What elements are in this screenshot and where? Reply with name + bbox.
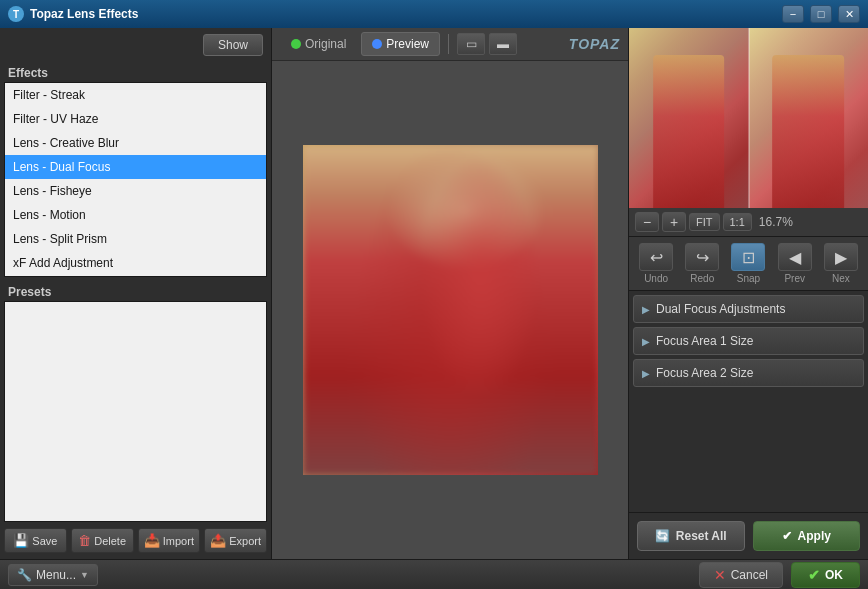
nav-button-undo[interactable]: ↩Undo [639, 243, 673, 284]
snap-icon: ⊡ [731, 243, 765, 271]
menu-button[interactable]: 🔧 Menu... ▼ [8, 564, 98, 586]
undo-label: Undo [644, 273, 668, 284]
delete-label: Delete [94, 535, 126, 547]
tab-preview-label: Preview [386, 37, 429, 51]
effects-list-container: Filter - StreakFilter - UV HazeLens - Cr… [4, 82, 267, 277]
view-single-icon[interactable]: ▭ [457, 33, 485, 55]
effect-item-filter-uv-haze[interactable]: Filter - UV Haze [5, 107, 266, 131]
ok-icon: ✔ [808, 567, 820, 583]
export-icon: 📤 [210, 533, 226, 548]
tab-divider [448, 34, 449, 54]
center-panel: Original Preview ▭ ▬ TOPAZ [272, 28, 628, 559]
effect-item-lens-split-prism[interactable]: Lens - Split Prism [5, 227, 266, 251]
reset-icon: 🔄 [655, 529, 670, 543]
cancel-button[interactable]: ✕ Cancel [699, 562, 783, 588]
adjust-arrow-focus-area-2-size: ▶ [642, 368, 650, 379]
apply-label: Apply [798, 529, 831, 543]
tab-preview[interactable]: Preview [361, 32, 440, 56]
topaz-logo: TOPAZ [569, 36, 620, 52]
adjust-header-focus-area-2-size[interactable]: ▶ Focus Area 2 Size [634, 360, 863, 386]
original-dot [291, 39, 301, 49]
preview-dot [372, 39, 382, 49]
zoom-out-button[interactable]: − [635, 212, 659, 232]
presets-container [4, 301, 267, 522]
next-label: Nex [832, 273, 850, 284]
view-split-icon[interactable]: ▬ [489, 33, 517, 55]
adjust-title-focus-area-2-size: Focus Area 2 Size [656, 366, 753, 380]
thumbnail-divider [748, 28, 750, 208]
reset-all-button[interactable]: 🔄 Reset All [637, 521, 745, 551]
show-button[interactable]: Show [203, 34, 263, 56]
effect-item-lens-creative-blur[interactable]: Lens - Creative Blur [5, 131, 266, 155]
adjustment-section-focus-area-1-size[interactable]: ▶ Focus Area 1 Size [633, 327, 864, 355]
effect-item-filter-streak[interactable]: Filter - Streak [5, 83, 266, 107]
minimize-button[interactable]: − [782, 5, 804, 23]
main-layout: Show Effects Filter - StreakFilter - UV … [0, 28, 868, 559]
left-panel: Show Effects Filter - StreakFilter - UV … [0, 28, 272, 559]
menu-arrow-icon: ▼ [80, 570, 89, 580]
effects-list[interactable]: Filter - StreakFilter - UV HazeLens - Cr… [5, 83, 266, 276]
app-icon: T [8, 6, 24, 22]
save-label: Save [32, 535, 57, 547]
adjust-title-dual-focus-adjustments: Dual Focus Adjustments [656, 302, 785, 316]
export-label: Export [229, 535, 261, 547]
bottom-bar: 🔧 Menu... ▼ ✕ Cancel ✔ OK [0, 559, 868, 589]
delete-icon: 🗑 [78, 533, 91, 548]
ok-button[interactable]: ✔ OK [791, 562, 860, 588]
reset-label: Reset All [676, 529, 727, 543]
redo-icon: ↪ [685, 243, 719, 271]
nav-button-next[interactable]: ▶Nex [824, 243, 858, 284]
right-panel: − + FIT 1:1 16.7% ↩Undo↪Redo⊡Snap◀Prev▶N… [628, 28, 868, 559]
adjustment-section-focus-area-2-size[interactable]: ▶ Focus Area 2 Size [633, 359, 864, 387]
zoom-level: 16.7% [759, 215, 793, 229]
delete-button[interactable]: 🗑 Delete [71, 528, 134, 553]
nav-button-snap[interactable]: ⊡Snap [731, 243, 765, 284]
adjustment-section-dual-focus-adjustments[interactable]: ▶ Dual Focus Adjustments [633, 295, 864, 323]
adjustments-area: ▶ Dual Focus Adjustments ▶ Focus Area 1 … [629, 291, 868, 512]
show-btn-row: Show [0, 28, 271, 62]
import-label: Import [163, 535, 194, 547]
zoom-1to1-button[interactable]: 1:1 [723, 213, 752, 231]
thumb-figure-left [653, 55, 725, 208]
thumbnail-area [629, 28, 868, 208]
prev-label: Prev [784, 273, 805, 284]
presets-label: Presets [0, 277, 271, 301]
export-button[interactable]: 📤 Export [204, 528, 267, 553]
left-bottom-buttons: 💾 Save 🗑 Delete 📥 Import 📤 Export [0, 522, 271, 559]
zoom-in-button[interactable]: + [662, 212, 686, 232]
zoom-fit-button[interactable]: FIT [689, 213, 720, 231]
cancel-icon: ✕ [714, 567, 726, 583]
menu-label: Menu... [36, 568, 76, 582]
effect-item-xf-add-adjustment[interactable]: xF Add Adjustment [5, 251, 266, 275]
nav-button-prev[interactable]: ◀Prev [778, 243, 812, 284]
effect-item-lens-dual-focus[interactable]: Lens - Dual Focus [5, 155, 266, 179]
nav-button-redo[interactable]: ↪Redo [685, 243, 719, 284]
tab-original[interactable]: Original [280, 32, 357, 56]
adjust-arrow-dual-focus-adjustments: ▶ [642, 304, 650, 315]
redo-label: Redo [690, 273, 714, 284]
thumbnail-right [749, 28, 869, 208]
adjust-arrow-focus-area-1-size: ▶ [642, 336, 650, 347]
adjust-title-focus-area-1-size: Focus Area 1 Size [656, 334, 753, 348]
save-icon: 💾 [13, 533, 29, 548]
next-icon: ▶ [824, 243, 858, 271]
effect-item-lens-fisheye[interactable]: Lens - Fisheye [5, 179, 266, 203]
thumbnail-left [629, 28, 749, 208]
effect-item-xf-add-geometric-distortion[interactable]: xF Add Geometric Distortion [5, 275, 266, 276]
window-title: Topaz Lens Effects [30, 7, 776, 21]
nav-controls: ↩Undo↪Redo⊡Snap◀Prev▶Nex [629, 237, 868, 291]
tab-original-label: Original [305, 37, 346, 51]
view-tabs: Original Preview ▭ ▬ TOPAZ [272, 28, 628, 61]
adjust-header-dual-focus-adjustments[interactable]: ▶ Dual Focus Adjustments [634, 296, 863, 322]
effect-item-lens-motion[interactable]: Lens - Motion [5, 203, 266, 227]
apply-button[interactable]: ✔ Apply [753, 521, 861, 551]
save-button[interactable]: 💾 Save [4, 528, 67, 553]
maximize-button[interactable]: □ [810, 5, 832, 23]
adjust-header-focus-area-1-size[interactable]: ▶ Focus Area 1 Size [634, 328, 863, 354]
undo-icon: ↩ [639, 243, 673, 271]
menu-icon: 🔧 [17, 568, 32, 582]
cancel-label: Cancel [731, 568, 768, 582]
title-bar: T Topaz Lens Effects − □ ✕ [0, 0, 868, 28]
close-button[interactable]: ✕ [838, 5, 860, 23]
import-button[interactable]: 📥 Import [138, 528, 201, 553]
